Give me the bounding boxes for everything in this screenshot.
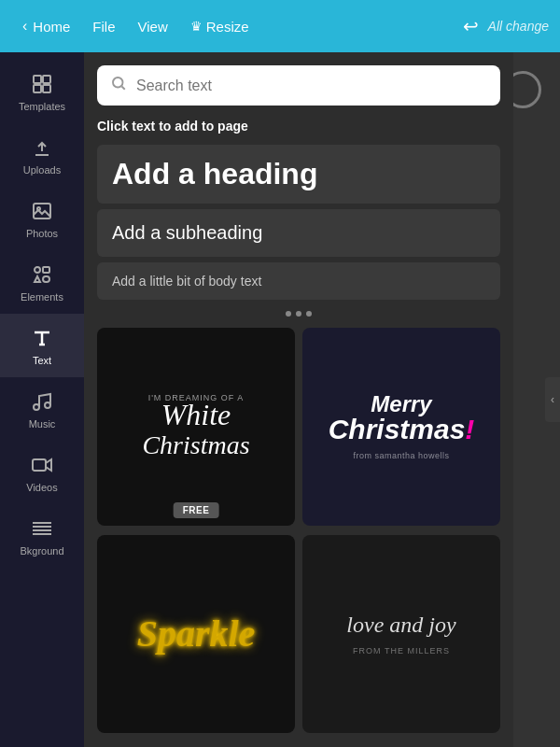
- photos-label: Photos: [26, 228, 58, 239]
- sidebar-item-music[interactable]: Music: [0, 377, 84, 441]
- sidebar-item-background[interactable]: Bkground: [0, 504, 84, 568]
- sidebar-item-uploads[interactable]: Uploads: [0, 123, 84, 187]
- svg-rect-1: [43, 76, 50, 83]
- svg-rect-7: [43, 267, 49, 273]
- canvas-decoration: [513, 71, 541, 108]
- sidebar-item-templates[interactable]: Templates: [0, 60, 84, 123]
- music-label: Music: [29, 418, 56, 430]
- lj-main-text: love and joy: [346, 612, 455, 639]
- search-input[interactable]: [136, 78, 487, 94]
- template-love-joy[interactable]: love and joy FROM THE MILLERS: [302, 535, 500, 733]
- more-dots-button[interactable]: [286, 311, 312, 317]
- svg-rect-2: [34, 85, 41, 92]
- text-options: Add a heading Add a subheading Add a lit…: [84, 145, 513, 300]
- search-input-wrap[interactable]: [97, 65, 500, 106]
- mc-sub: from samantha howells: [329, 451, 475, 460]
- add-subheading-button[interactable]: Add a subheading: [97, 209, 500, 257]
- videos-icon: [29, 452, 55, 478]
- view-menu[interactable]: View: [127, 19, 179, 35]
- mc-content: Merry Christmas! from samantha howells: [319, 384, 484, 470]
- chevron-left-icon: ‹: [22, 18, 27, 35]
- sparkle-text: Sparkle: [137, 612, 256, 655]
- elements-icon: [29, 261, 55, 288]
- svg-point-16: [113, 78, 123, 88]
- sidebar-item-elements[interactable]: Elements: [0, 250, 84, 314]
- template-white-christmas[interactable]: I'm dreaming of a WhiteChristmas FREE: [97, 328, 295, 526]
- template-merry-christmas[interactable]: Merry Christmas! from samantha howells: [302, 328, 500, 526]
- undo-button[interactable]: ↩: [454, 15, 488, 37]
- sidebar: Templates Uploads Photos: [0, 52, 84, 747]
- text-label: Text: [33, 355, 51, 366]
- svg-point-9: [34, 404, 39, 410]
- template-sparkle[interactable]: Sparkle: [97, 535, 295, 733]
- autosave-status: All change: [488, 19, 549, 34]
- canvas-area[interactable]: ‹: [513, 52, 560, 747]
- music-icon: [29, 388, 55, 415]
- collapse-panel-button[interactable]: ‹: [545, 377, 560, 422]
- sidebar-item-photos[interactable]: Photos: [0, 187, 84, 250]
- elements-label: Elements: [21, 291, 63, 303]
- svg-rect-8: [43, 276, 49, 282]
- lj-sub-text: FROM THE MILLERS: [353, 646, 450, 655]
- wc-main-text: WhiteChristmas: [142, 399, 249, 460]
- back-button[interactable]: ‹ Home: [11, 18, 81, 35]
- svg-rect-3: [43, 85, 50, 92]
- sidebar-item-videos[interactable]: Videos: [0, 441, 84, 504]
- mc-merry: Merry: [329, 393, 475, 416]
- topbar: ‹ Home File View ♛ Resize ↩ All change: [0, 0, 560, 52]
- background-label: Bkground: [20, 545, 63, 557]
- templates-label: Templates: [19, 101, 65, 112]
- click-text-label: Click text to add to page: [84, 115, 513, 145]
- more-options-wrap: [84, 300, 513, 322]
- main-area: Templates Uploads Photos: [0, 52, 560, 747]
- background-icon: [29, 515, 55, 542]
- svg-point-6: [35, 267, 40, 273]
- uploads-label: Uploads: [23, 164, 61, 176]
- search-icon: [110, 75, 127, 96]
- free-badge: FREE: [174, 502, 219, 518]
- dot-1: [286, 311, 291, 317]
- text-panel: Click text to add to page Add a heading …: [84, 52, 513, 747]
- videos-label: Videos: [26, 482, 57, 493]
- add-heading-button[interactable]: Add a heading: [97, 145, 500, 204]
- search-section: [84, 52, 513, 115]
- text-icon: [29, 325, 55, 351]
- templates-grid: I'm dreaming of a WhiteChristmas FREE Me…: [84, 322, 513, 747]
- svg-rect-11: [33, 459, 46, 471]
- resize-menu[interactable]: ♛ Resize: [179, 19, 260, 35]
- dot-2: [296, 311, 301, 317]
- svg-rect-0: [34, 76, 41, 83]
- crown-icon: ♛: [190, 19, 203, 34]
- templates-icon: [29, 71, 55, 97]
- mc-christmas: Christmas!: [329, 416, 475, 444]
- add-body-text-button[interactable]: Add a little bit of body text: [97, 262, 500, 300]
- sidebar-item-text[interactable]: Text: [0, 314, 84, 377]
- photos-icon: [29, 198, 55, 224]
- file-menu[interactable]: File: [81, 19, 126, 35]
- svg-point-10: [45, 402, 50, 408]
- home-label: Home: [33, 19, 70, 35]
- uploads-icon: [29, 134, 55, 161]
- dot-3: [306, 311, 312, 317]
